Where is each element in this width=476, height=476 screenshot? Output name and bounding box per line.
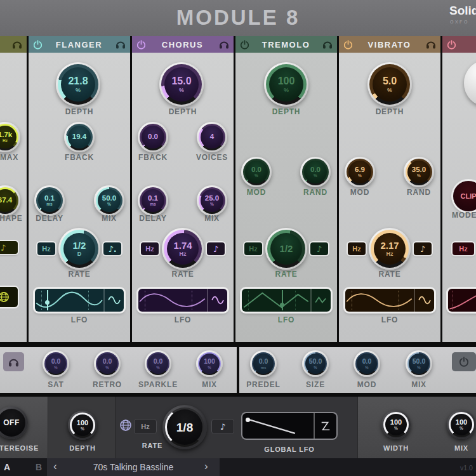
sat-knob[interactable]: 0.0% bbox=[43, 350, 69, 377]
predel-knob[interactable]: 0.0ms bbox=[250, 350, 277, 377]
global-lfo-label: GLOBAL LFO bbox=[242, 446, 336, 453]
global-hz-button[interactable]: Hz bbox=[135, 420, 156, 433]
chorus-delay-label: DELAY bbox=[121, 215, 185, 222]
vibrato-hz-button[interactable]: Hz bbox=[348, 242, 366, 255]
right-lfo-display[interactable] bbox=[448, 289, 476, 312]
vibrato-depth-knob[interactable]: 5.0% bbox=[367, 62, 412, 107]
globe-sync-icon[interactable] bbox=[119, 419, 132, 432]
flanger-rate-knob[interactable]: 1/2D bbox=[58, 228, 100, 270]
module-header-left-partial bbox=[0, 36, 27, 53]
global-width-label: WIDTH bbox=[371, 445, 421, 452]
brand-logo: Solid bbox=[449, 4, 476, 18]
reverb-mix-knob[interactable]: 50.0% bbox=[406, 350, 432, 377]
lfo-shape-icon-sine[interactable] bbox=[103, 289, 124, 312]
lfo-shape-icon-sine[interactable] bbox=[207, 289, 227, 312]
chorus-delay-knob[interactable]: 0.1ms bbox=[138, 185, 168, 216]
chorus-voices-knob[interactable]: 4 bbox=[197, 122, 227, 152]
vibrato-rate-knob[interactable]: 2.17Hz bbox=[369, 228, 411, 270]
clip-mode-label: MODE bbox=[452, 211, 476, 219]
size-knob[interactable]: 50.0% bbox=[302, 350, 329, 377]
vibrato-note-button[interactable]: ♪ bbox=[414, 242, 432, 255]
tremolo-lfo-label: LFO bbox=[235, 316, 337, 324]
retro-knob[interactable]: 0.0% bbox=[94, 350, 121, 377]
flanger-lfo-label: LFO bbox=[29, 316, 130, 324]
chorus-note-button[interactable]: ♪ bbox=[207, 242, 225, 255]
power-icon[interactable] bbox=[343, 40, 353, 50]
preset-bar: A B ‹ 70s Talking Bassline › v1.0 bbox=[0, 458, 476, 476]
lfo-waveform-sine bbox=[345, 289, 414, 312]
preset-slot-b-button[interactable]: B bbox=[36, 462, 42, 472]
vibrato-rand-label: RAND bbox=[387, 188, 451, 196]
title-bar: MODULE 8 Solid OXFO bbox=[0, 0, 476, 36]
vibrato-rand-knob[interactable]: 35.0% bbox=[404, 157, 434, 187]
headphone-icon[interactable] bbox=[322, 40, 333, 49]
headphone-tab[interactable] bbox=[3, 352, 24, 371]
flanger-rate-label: RATE bbox=[29, 270, 130, 278]
tremolo-rand-knob[interactable]: 0.0% bbox=[300, 157, 331, 187]
width-mix-knob[interactable]: 100% bbox=[196, 350, 223, 377]
tremolo-depth-knob[interactable]: 100% bbox=[264, 62, 308, 107]
reverb-mod-knob[interactable]: 0.0% bbox=[354, 350, 380, 377]
predel-label: PREDEL bbox=[238, 381, 289, 388]
flanger-depth-knob[interactable]: 21.8% bbox=[56, 62, 100, 107]
plugin-window: MODULE 8 Solid OXFO FLANGER CHORUS TREMO… bbox=[0, 0, 476, 476]
sparkle-knob[interactable]: 0.0% bbox=[145, 350, 171, 377]
global-note-button[interactable]: ♪ bbox=[212, 420, 234, 433]
preset-slot-a-button[interactable]: A bbox=[4, 462, 10, 472]
headphone-icon[interactable] bbox=[219, 40, 229, 49]
lfo-waveform-sine bbox=[138, 289, 207, 312]
vibrato-mod-knob[interactable]: 6.9% bbox=[345, 157, 375, 187]
flanger-fback-knob[interactable]: 19.4 bbox=[64, 122, 95, 152]
tremolo-rate-knob[interactable]: 1/2 bbox=[265, 228, 307, 270]
vibrato-rate-label: RATE bbox=[339, 270, 440, 278]
preset-name[interactable]: 70s Talking Bassline bbox=[47, 462, 220, 472]
global-lfo-display[interactable] bbox=[242, 413, 336, 439]
module-title: FLANGER bbox=[46, 40, 112, 50]
power-icon[interactable] bbox=[136, 40, 146, 50]
global-rate-label: RATE bbox=[130, 442, 175, 449]
flanger-hz-button[interactable]: Hz bbox=[37, 242, 55, 255]
lfo-shape-icon-saw[interactable] bbox=[314, 413, 336, 439]
chorus-mix-label: MIX bbox=[180, 215, 244, 222]
tremolo-lfo-display[interactable] bbox=[242, 289, 331, 312]
power-icon[interactable] bbox=[240, 40, 249, 50]
chorus-hz-button[interactable]: Hz bbox=[141, 242, 159, 255]
tremolo-hz-button[interactable]: Hz bbox=[244, 242, 262, 255]
chorus-depth-knob[interactable]: 15.0% bbox=[159, 62, 204, 107]
flanger-mix-knob[interactable]: 50.0% bbox=[94, 185, 124, 216]
chorus-rate-knob[interactable]: 1.74Hz bbox=[162, 228, 204, 270]
headphone-icon[interactable] bbox=[426, 40, 436, 49]
global-width-knob[interactable]: 100% bbox=[381, 410, 411, 439]
flanger-delay-knob[interactable]: 0.1ms bbox=[34, 185, 65, 216]
flanger-dotted-note-button[interactable]: ♪. bbox=[103, 242, 121, 255]
chorus-fback-label: FBACK bbox=[121, 154, 185, 161]
tremolo-mod-knob[interactable]: 0.0% bbox=[241, 157, 272, 187]
chorus-fback-knob[interactable]: 0.0 bbox=[138, 122, 168, 152]
preset-next-icon[interactable]: › bbox=[204, 461, 208, 472]
lfo-shape-icon-triangle[interactable] bbox=[310, 289, 331, 312]
lfo-shape-icon-sine[interactable] bbox=[414, 289, 434, 312]
global-mix-knob[interactable]: 100% bbox=[447, 410, 476, 439]
chorus-mix-knob[interactable]: 25.0% bbox=[197, 185, 227, 216]
global-mix-label: MIX bbox=[436, 445, 476, 452]
right-hz-button[interactable]: Hz bbox=[453, 242, 474, 255]
tremolo-rate-label: RATE bbox=[235, 270, 337, 278]
global-depth-knob[interactable]: 100% bbox=[68, 411, 97, 440]
headphone-icon[interactable] bbox=[116, 40, 126, 49]
version-text: v1.0 bbox=[460, 464, 473, 472]
globe-sync-button[interactable] bbox=[0, 287, 18, 307]
module-header-tremolo: TREMOLO bbox=[235, 36, 337, 53]
chorus-voices-label: VOICES bbox=[180, 154, 244, 161]
tremolo-depth-label: DEPTH bbox=[235, 108, 337, 116]
tremolo-note-button[interactable]: ♪ bbox=[310, 242, 328, 255]
vibrato-lfo-display[interactable] bbox=[345, 289, 434, 312]
reverb-power-button[interactable] bbox=[452, 352, 476, 371]
flanger-lfo-display[interactable] bbox=[35, 289, 124, 312]
retro-label: RETRO bbox=[82, 381, 133, 388]
power-icon[interactable] bbox=[447, 40, 456, 50]
vibrato-depth-label: DEPTH bbox=[339, 108, 440, 116]
power-icon[interactable] bbox=[33, 40, 43, 50]
headphone-icon[interactable] bbox=[12, 40, 22, 49]
note-sync-button[interactable]: ♪ bbox=[0, 241, 18, 254]
chorus-lfo-display[interactable] bbox=[138, 289, 227, 312]
